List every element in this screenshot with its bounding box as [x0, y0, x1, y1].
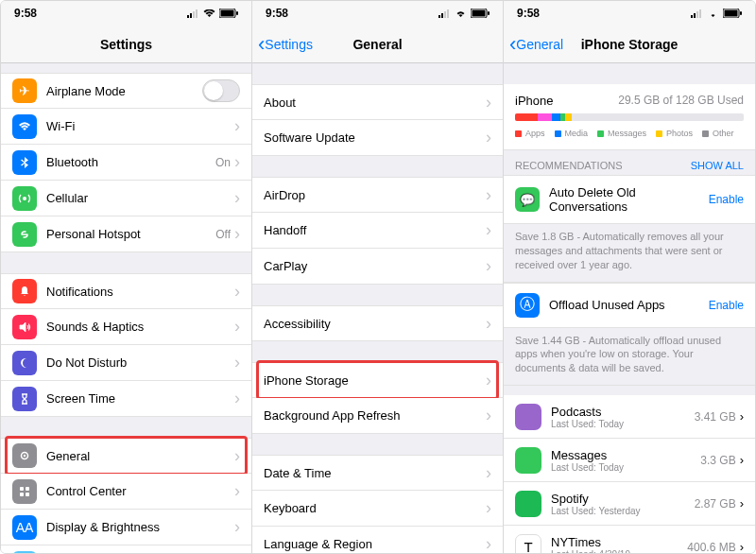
- row-accessibility[interactable]: Accessibility›: [252, 305, 503, 341]
- row-icon: [12, 443, 37, 468]
- row-icon: [12, 479, 37, 504]
- row-icon: [12, 186, 37, 211]
- row-screen-time[interactable]: Screen Time›: [1, 381, 251, 417]
- row-sounds-haptics[interactable]: Sounds & Haptics›: [1, 309, 251, 345]
- show-all-link[interactable]: SHOW ALL: [691, 160, 744, 171]
- row-icon: AA: [12, 515, 37, 540]
- status-indicators: [691, 9, 742, 18]
- svg-rect-28: [472, 10, 486, 17]
- legend-item: Apps: [515, 129, 545, 138]
- row-label: Sounds & Haptics: [46, 320, 234, 334]
- settings-list[interactable]: ✈Airplane ModeWi-Fi›BluetoothOn›Cellular…: [1, 63, 251, 553]
- row-notifications[interactable]: Notifications›: [1, 273, 251, 309]
- svg-rect-3: [196, 9, 198, 18]
- legend-item: Messages: [597, 129, 646, 138]
- row-icon: [12, 279, 37, 303]
- back-button[interactable]: ‹General: [504, 34, 563, 55]
- row-display-brightness[interactable]: AADisplay & Brightness›: [1, 510, 251, 545]
- app-sub: Last Used: 4/30/19: [551, 549, 687, 553]
- row-cellular[interactable]: Cellular›: [1, 181, 251, 216]
- chevron-right-icon: ›: [486, 498, 491, 518]
- row-keyboard[interactable]: Keyboard›: [252, 491, 503, 527]
- app-sub: Last Used: Today: [551, 419, 695, 429]
- app-icon: [515, 447, 541, 474]
- row-icon: [12, 114, 37, 139]
- row-iphone-storage[interactable]: iPhone Storage›: [252, 362, 503, 398]
- row-label: Handoff: [264, 223, 486, 237]
- row-label: About: [264, 95, 486, 110]
- app-row-podcasts[interactable]: PodcastsLast Used: Today3.41 GB›: [504, 395, 755, 439]
- svg-rect-32: [696, 11, 698, 18]
- row-label: Screen Time: [46, 391, 234, 406]
- app-name: Spotify: [551, 492, 695, 506]
- row-airdrop[interactable]: AirDrop›: [252, 177, 503, 213]
- col-storage: 9:58 ‹General iPhone Storage iPhone 29.5…: [504, 1, 755, 553]
- row-background-app-refresh[interactable]: Background App Refresh›: [252, 398, 503, 434]
- svg-rect-29: [488, 11, 490, 15]
- row-control-center[interactable]: Control Center›: [1, 474, 251, 510]
- app-sub: Last Used: Today: [551, 462, 700, 473]
- col-general: 9:58 ‹Settings General About›Software Up…: [252, 1, 504, 553]
- chevron-right-icon: ›: [234, 389, 240, 408]
- nav-title: Settings: [1, 37, 251, 52]
- row-general[interactable]: General›: [1, 438, 251, 474]
- col-settings: 9:58 Settings ✈Airplane ModeWi-Fi›Blueto…: [1, 1, 252, 553]
- app-size: 400.6 MB: [687, 541, 735, 553]
- rec-auto-delete[interactable]: 💬 Auto Delete Old Conversations Enable: [504, 175, 755, 224]
- row-label: Bluetooth: [46, 155, 215, 169]
- svg-rect-36: [740, 11, 742, 15]
- storage-summary: iPhone 29.5 GB of 128 GB Used AppsMediaM…: [504, 84, 755, 150]
- battery-icon: [471, 9, 490, 18]
- row-icon: ✈: [12, 78, 37, 103]
- row-bluetooth[interactable]: BluetoothOn›: [1, 145, 251, 181]
- row-icon: [12, 551, 37, 554]
- row-carplay[interactable]: CarPlay›: [252, 249, 503, 285]
- chevron-right-icon: ›: [234, 116, 240, 136]
- row-software-update[interactable]: Software Update›: [252, 120, 503, 156]
- app-row-nytimes[interactable]: TNYTimesLast Used: 4/30/19400.6 MB›: [504, 526, 755, 553]
- row-personal-hotspot[interactable]: Personal HotspotOff›: [1, 216, 251, 252]
- wifi-icon: [707, 9, 719, 18]
- chevron-right-icon: ›: [486, 371, 491, 390]
- app-icon: [515, 491, 541, 517]
- app-size: 3.3 GB: [700, 454, 735, 467]
- chevron-right-icon: ›: [740, 496, 744, 511]
- app-icon: T: [515, 534, 541, 553]
- app-icon: [515, 404, 541, 430]
- back-button[interactable]: ‹Settings: [252, 34, 313, 55]
- enable-link[interactable]: Enable: [709, 193, 744, 206]
- row-label: Control Center: [46, 484, 234, 498]
- recommendations-header: RECOMMENDATIONS SHOW ALL: [504, 150, 755, 175]
- chevron-right-icon: ›: [234, 446, 240, 466]
- chevron-left-icon: ‹: [509, 34, 516, 55]
- row-language-region[interactable]: Language & Region›: [252, 527, 503, 553]
- row-handoff[interactable]: Handoff›: [252, 213, 503, 249]
- app-size: 2.87 GB: [695, 497, 736, 511]
- app-row-messages[interactable]: MessagesLast Used: Today3.3 GB›: [504, 439, 755, 482]
- rec-offload[interactable]: Ⓐ Offload Unused Apps Enable: [504, 283, 755, 328]
- chevron-right-icon: ›: [486, 534, 491, 553]
- row-label: Accessibility: [264, 317, 486, 331]
- chevron-right-icon: ›: [486, 463, 491, 483]
- bar-segment: [552, 113, 561, 121]
- row-airplane-mode[interactable]: ✈Airplane Mode: [1, 73, 251, 109]
- chevron-right-icon: ›: [234, 481, 240, 501]
- signal-icon: [691, 9, 703, 18]
- toggle[interactable]: [202, 79, 240, 102]
- app-name: NYTimes: [551, 535, 687, 549]
- row-date-time[interactable]: Date & Time›: [252, 455, 503, 491]
- chevron-right-icon: ›: [486, 220, 491, 240]
- row-label: Cellular: [46, 191, 234, 205]
- row-do-not-disturb[interactable]: Do Not Disturb›: [1, 345, 251, 381]
- chevron-right-icon: ›: [486, 185, 491, 205]
- chevron-right-icon: ›: [234, 517, 240, 537]
- rec-desc: Save 1.44 GB - Automatically offload unu…: [504, 328, 755, 387]
- row-wallpaper[interactable]: Wallpaper›: [1, 545, 251, 553]
- general-list[interactable]: About›Software Update› AirDrop›Handoff›C…: [252, 63, 503, 553]
- row-wi-fi[interactable]: Wi-Fi›: [1, 109, 251, 145]
- row-label: Do Not Disturb: [46, 355, 234, 370]
- row-about[interactable]: About›: [252, 84, 503, 120]
- storage-list[interactable]: iPhone 29.5 GB of 128 GB Used AppsMediaM…: [504, 63, 755, 553]
- app-row-spotify[interactable]: SpotifyLast Used: Yesterday2.87 GB›: [504, 482, 755, 526]
- enable-link[interactable]: Enable: [709, 299, 744, 312]
